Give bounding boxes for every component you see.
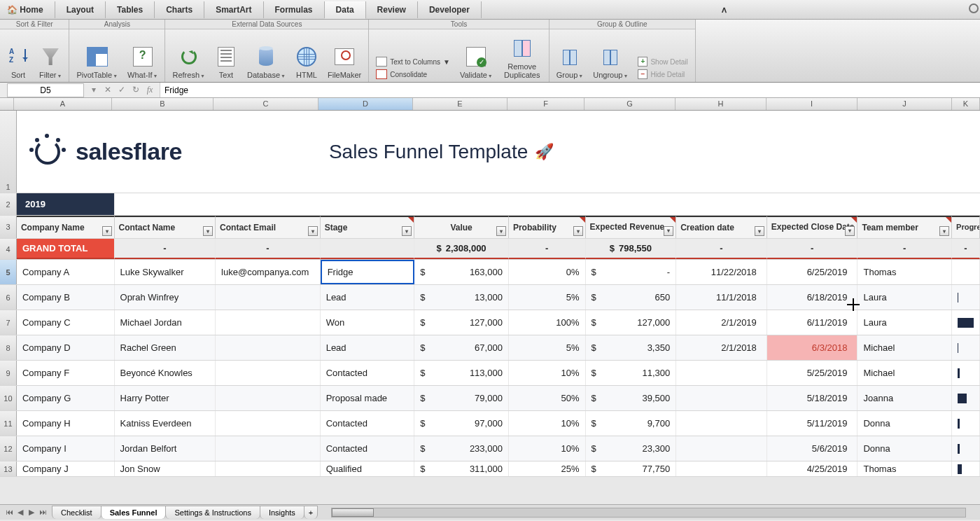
cell-creation-date[interactable] bbox=[676, 461, 767, 476]
cell-email[interactable] bbox=[216, 361, 321, 385]
cell-team-member[interactable]: Michael bbox=[858, 335, 952, 360]
sheet-tab-sales-funnel[interactable]: Sales Funnel bbox=[101, 506, 167, 519]
filter-icon[interactable] bbox=[939, 226, 949, 236]
row-header-2[interactable]: 2 bbox=[0, 193, 17, 215]
cell-contact[interactable]: Michael Jordan bbox=[115, 310, 216, 335]
cell-contact[interactable]: Jon Snow bbox=[115, 461, 216, 476]
spreadsheet-grid[interactable]: 1 salesflare Sales Funnel Template 🚀 2 bbox=[0, 111, 980, 477]
cell-probability[interactable]: 100% bbox=[509, 310, 586, 335]
sheet-nav-first[interactable]: ⏮ bbox=[4, 508, 14, 517]
tab-formulas[interactable]: Formulas bbox=[264, 1, 325, 18]
scrollbar-thumb[interactable] bbox=[332, 508, 374, 517]
hide-detail-button[interactable]: Hide Detail bbox=[638, 69, 687, 79]
tab-home[interactable]: 🏠 Home bbox=[0, 1, 55, 18]
show-detail-button[interactable]: Show Detail bbox=[638, 57, 687, 67]
cell-stage[interactable]: Qualified bbox=[321, 461, 415, 476]
name-box[interactable]: D5 bbox=[7, 83, 84, 97]
cell-contact[interactable]: Katniss Everdeen bbox=[115, 411, 216, 436]
cell-probability[interactable]: 5% bbox=[509, 285, 586, 310]
filter-button[interactable]: Filter▼ bbox=[36, 43, 64, 81]
fx-button[interactable]: fx bbox=[144, 85, 155, 96]
cell-team-member[interactable]: Thomas bbox=[858, 260, 952, 284]
cell-stage[interactable]: Lead bbox=[321, 335, 415, 360]
cell-stage[interactable]: Contacted bbox=[321, 411, 415, 436]
cell-stage[interactable]: Contacted bbox=[321, 436, 415, 461]
row-header-8[interactable]: 8 bbox=[0, 335, 17, 360]
cell-company[interactable]: Company G bbox=[17, 386, 115, 410]
cell-creation-date[interactable]: 2/1/2019 bbox=[676, 310, 767, 335]
column-header-B[interactable]: B bbox=[112, 98, 214, 110]
cell-expected-revenue[interactable]: $650 bbox=[586, 285, 677, 310]
cell-progress[interactable] bbox=[952, 386, 980, 410]
header-contact[interactable]: Contact Name bbox=[115, 216, 216, 238]
header-stage[interactable]: Stage bbox=[321, 216, 415, 238]
group-button[interactable]: Group▼ bbox=[554, 43, 587, 81]
cell-progress[interactable] bbox=[952, 436, 980, 461]
pivottable-button[interactable]: PivotTable▼ bbox=[74, 43, 120, 81]
cell-close-date[interactable]: 6/11/2019 bbox=[767, 310, 858, 335]
cell-value[interactable]: $113,000 bbox=[414, 361, 509, 385]
cell-company[interactable]: Company A bbox=[17, 260, 115, 284]
cell-creation-date[interactable]: 11/1/2018 bbox=[676, 285, 767, 310]
cell-contact[interactable]: Oprah Winfrey bbox=[115, 285, 216, 310]
header-value[interactable]: Value bbox=[414, 216, 509, 238]
cell-progress[interactable] bbox=[952, 335, 980, 360]
cell-value[interactable]: $127,000 bbox=[414, 310, 509, 335]
row-header-12[interactable]: 12 bbox=[0, 436, 17, 461]
cell-progress[interactable] bbox=[952, 260, 980, 284]
cell-close-date[interactable]: 4/25/2019 bbox=[767, 461, 858, 476]
cell-creation-date[interactable] bbox=[676, 361, 767, 385]
header-expected-revenue[interactable]: Expected Revenue bbox=[586, 216, 677, 238]
cell-expected-revenue[interactable]: $77,750 bbox=[586, 461, 677, 476]
remove-duplicates-button[interactable]: Remove Duplicates bbox=[500, 34, 545, 81]
cell-expected-revenue[interactable]: $- bbox=[586, 260, 677, 284]
cell-company[interactable]: Company H bbox=[17, 411, 115, 436]
cell-email[interactable] bbox=[216, 411, 321, 436]
row-header-1[interactable]: 1 bbox=[0, 111, 17, 193]
cell-close-date[interactable]: 5/25/2019 bbox=[767, 361, 858, 385]
cell-email[interactable] bbox=[216, 285, 321, 310]
column-header-K[interactable]: K bbox=[952, 98, 980, 110]
cell-email[interactable] bbox=[216, 436, 321, 461]
header-team-member[interactable]: Team member bbox=[858, 216, 952, 238]
cell-company[interactable]: Company J bbox=[17, 461, 115, 476]
column-header-G[interactable]: G bbox=[584, 98, 676, 110]
cell-company[interactable]: Company C bbox=[17, 310, 115, 335]
column-header-I[interactable]: I bbox=[766, 98, 858, 110]
row-header-3[interactable]: 3 bbox=[0, 216, 17, 238]
row-header-4[interactable]: 4 bbox=[0, 239, 17, 259]
filter-icon[interactable] bbox=[203, 226, 213, 236]
header-progress[interactable]: Progress to bbox=[952, 216, 980, 238]
column-header-A[interactable]: A bbox=[14, 98, 112, 110]
filter-icon[interactable] bbox=[664, 226, 673, 236]
header-company[interactable]: Company Name bbox=[17, 216, 115, 238]
cell-probability[interactable]: 0% bbox=[509, 260, 586, 284]
consolidate-button[interactable]: Consolidate bbox=[376, 69, 450, 79]
cell-progress[interactable] bbox=[952, 461, 980, 476]
cell-stage[interactable]: Contacted bbox=[321, 361, 415, 385]
tab-data[interactable]: Data bbox=[325, 1, 366, 19]
cell-close-date[interactable]: 5/11/2019 bbox=[767, 411, 858, 436]
tab-charts[interactable]: Charts bbox=[155, 1, 204, 18]
cell-probability[interactable]: 10% bbox=[509, 411, 586, 436]
tab-tables[interactable]: Tables bbox=[106, 1, 155, 18]
html-import-button[interactable]: HTML bbox=[293, 43, 321, 81]
row-header-6[interactable]: 6 bbox=[0, 285, 17, 310]
cell-probability[interactable]: 10% bbox=[509, 436, 586, 461]
recent-formula-button[interactable]: ↻ bbox=[130, 85, 141, 96]
sheet-tab-checklist[interactable]: Checklist bbox=[52, 506, 102, 519]
tab-developer[interactable]: Developer bbox=[418, 1, 482, 18]
whatif-button[interactable]: What-If▼ bbox=[125, 43, 160, 81]
cell-email[interactable] bbox=[216, 335, 321, 360]
column-header-E[interactable]: E bbox=[413, 98, 507, 110]
ribbon-collapse[interactable]: ʌ bbox=[710, 1, 728, 18]
sheet-nav-prev[interactable]: ◀ bbox=[15, 508, 25, 517]
ungroup-button[interactable]: Ungroup▼ bbox=[590, 43, 631, 81]
cell-email[interactable] bbox=[216, 461, 321, 476]
horizontal-scrollbar[interactable] bbox=[331, 508, 966, 517]
column-header-J[interactable]: J bbox=[858, 98, 952, 110]
cell-creation-date[interactable] bbox=[676, 386, 767, 410]
cell-close-date[interactable]: 5/6/2019 bbox=[767, 436, 858, 461]
filter-icon[interactable] bbox=[102, 226, 112, 236]
ribbon-settings[interactable] bbox=[958, 0, 980, 19]
